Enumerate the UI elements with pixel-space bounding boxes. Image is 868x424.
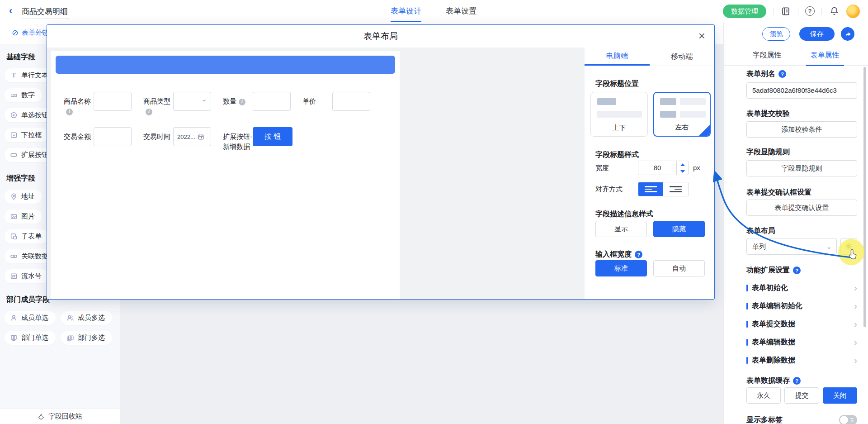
multi-tab-row: 显示多标签 关 xyxy=(746,415,857,424)
docs-book-icon[interactable] xyxy=(780,6,791,17)
back-icon[interactable]: ‹ xyxy=(9,5,12,16)
field-recycle-bin[interactable]: 字段回收站 xyxy=(0,409,120,424)
field-item-dropdown[interactable]: 下拉框 xyxy=(5,128,49,142)
modal-body: 商品名称i 商品类型i 数量i 单价 交易金额 xyxy=(47,48,714,299)
field-item-subform[interactable]: 子表单 xyxy=(5,229,49,243)
width-label: 宽度 xyxy=(595,164,609,172)
external-link-button[interactable]: 表单外链 xyxy=(12,29,49,37)
member-icon xyxy=(10,314,18,322)
divider xyxy=(821,8,822,15)
tab-mobile[interactable]: 移动端 xyxy=(650,48,715,66)
visibility-rules-button[interactable]: 字段显隐规则 xyxy=(746,160,857,176)
info-icon[interactable]: i xyxy=(239,99,245,105)
text-icon: T xyxy=(10,71,18,79)
share-button[interactable] xyxy=(841,27,854,41)
ext-form-edit-init[interactable]: 表单编辑初始化 › xyxy=(746,301,857,311)
tab-form-props[interactable]: 表单属性 xyxy=(808,48,842,66)
align-label: 对齐方式 xyxy=(595,185,623,194)
members-icon xyxy=(66,314,74,322)
ext-form-submit-data[interactable]: 表单提交数据 › xyxy=(746,319,857,329)
ext-form-delete-data[interactable]: 表单删除数据 › xyxy=(746,355,857,365)
help-icon[interactable]: ? xyxy=(805,6,815,16)
properties-sidebar: 预览 保存 字段属性 表单属性 表单别名 ? 5adaf80802a6f80f3… xyxy=(723,22,868,424)
scrollbar-thumb[interactable] xyxy=(863,67,866,327)
tab-desktop[interactable]: 电脑端 xyxy=(585,48,650,66)
field-item-member-multi[interactable]: 成员多选 xyxy=(61,311,112,325)
option-label-top-bottom[interactable]: 上下 xyxy=(590,92,648,137)
info-icon[interactable]: i xyxy=(66,109,73,115)
field-item-serial-number[interactable]: 流水号 xyxy=(5,269,49,283)
radio-icon xyxy=(10,111,18,119)
address-pin-icon xyxy=(10,193,18,200)
chevron-right-icon: › xyxy=(854,302,857,310)
number-input[interactable] xyxy=(94,127,132,146)
select-input[interactable] xyxy=(173,92,211,111)
tab-field-props[interactable]: 字段属性 xyxy=(750,48,784,66)
tab-form-design[interactable]: 表单设计 xyxy=(389,0,423,22)
preview-field-unit-price: 单价 xyxy=(302,92,370,116)
width-value[interactable]: 80 xyxy=(638,161,676,175)
step-up-button[interactable] xyxy=(677,161,688,168)
desc-style-title: 字段描述信息样式 xyxy=(595,210,653,219)
ext-form-edit-data[interactable]: 表单编辑数据 › xyxy=(746,337,857,347)
page-title[interactable]: 商品交易明细 xyxy=(21,6,69,19)
cache-permanent-button[interactable]: 永久 xyxy=(746,387,781,404)
chevron-right-icon: › xyxy=(854,320,857,328)
input-width-auto-button[interactable]: 自动 xyxy=(653,260,705,276)
form-layout-select[interactable]: 单列 ⌄ xyxy=(746,238,837,255)
data-manage-button[interactable]: 数据管理 xyxy=(723,5,766,18)
save-button[interactable]: 保存 xyxy=(799,27,835,41)
preview-action-button[interactable]: 按 钮 xyxy=(253,127,292,146)
submit-confirm-button[interactable]: 表单提交确认设置 xyxy=(746,200,857,216)
image-icon xyxy=(10,213,18,220)
data-cache-label: 表单数据缓存 ? xyxy=(746,376,857,386)
cache-submit-button[interactable]: 提交 xyxy=(784,387,819,404)
help-icon[interactable]: ? xyxy=(778,70,786,78)
label-position-title: 字段标题位置 xyxy=(595,79,639,89)
field-item-dept-multi[interactable]: 部门多选 xyxy=(61,331,112,345)
cache-close-button[interactable]: 关闭 xyxy=(823,387,857,404)
close-icon[interactable]: × xyxy=(698,29,705,42)
bell-icon[interactable] xyxy=(829,6,840,17)
preview-field-extend-button: 扩展按钮-新增数据 按 钮 xyxy=(223,127,292,152)
input-width-standard-button[interactable]: 标准 xyxy=(595,260,647,276)
info-icon[interactable]: i xyxy=(146,109,152,115)
field-item-image[interactable]: 图片 xyxy=(5,210,42,224)
text-input[interactable] xyxy=(94,92,132,111)
help-icon[interactable]: ? xyxy=(793,377,801,385)
form-preview-panel: 商品名称i 商品类型i 数量i 单价 交易金额 xyxy=(51,51,400,299)
align-left-button[interactable] xyxy=(638,182,663,196)
submit-validation-label: 表单提交校验 xyxy=(746,109,857,119)
chevron-right-icon: › xyxy=(854,357,857,364)
avatar[interactable] xyxy=(846,5,860,18)
multi-tab-toggle[interactable]: 关 xyxy=(839,415,857,424)
help-icon[interactable]: ? xyxy=(793,267,801,274)
align-right-button[interactable] xyxy=(663,182,688,196)
preview-field-trade-time: 交易时间 2022... xyxy=(143,127,211,152)
number-input[interactable] xyxy=(332,92,370,111)
top-bar: ‹ 商品交易明细 表单设计 表单设置 数据管理 ? xyxy=(0,0,868,22)
step-down-button[interactable] xyxy=(677,168,688,175)
ext-form-init[interactable]: 表单初始化 › xyxy=(746,283,857,293)
preview-button[interactable]: 预览 xyxy=(762,27,790,41)
add-validation-button[interactable]: 添加校验条件 xyxy=(746,121,857,138)
depts-icon xyxy=(66,334,74,342)
help-icon[interactable]: ? xyxy=(635,251,642,258)
layout-settings-gear-button[interactable] xyxy=(840,238,857,255)
field-item-address[interactable]: 地址 xyxy=(5,190,42,204)
date-input[interactable]: 2022... xyxy=(173,127,211,146)
field-item-dept-single[interactable]: 部门单选 xyxy=(5,331,56,345)
option-label-left-right[interactable]: 左右 xyxy=(653,92,711,137)
device-tabs: 电脑端 移动端 xyxy=(585,48,714,66)
form-alias-input[interactable]: 5adaf80802a6f80f3e44d6c3 xyxy=(746,82,857,99)
desc-show-button[interactable]: 显示 xyxy=(595,221,647,237)
form-layout-label: 表单布局 xyxy=(746,226,857,236)
tab-form-settings[interactable]: 表单设置 xyxy=(444,0,478,22)
input-width-title: 输入框宽度 ? xyxy=(595,250,642,259)
data-cache-options: 永久 提交 关闭 xyxy=(746,387,857,404)
field-item-number[interactable]: 123 数字 xyxy=(5,88,42,102)
field-item-member-single[interactable]: 成员单选 xyxy=(5,311,56,325)
align-segmented-control xyxy=(638,182,689,196)
number-input[interactable] xyxy=(253,92,291,111)
desc-hide-button[interactable]: 隐藏 xyxy=(653,221,705,237)
